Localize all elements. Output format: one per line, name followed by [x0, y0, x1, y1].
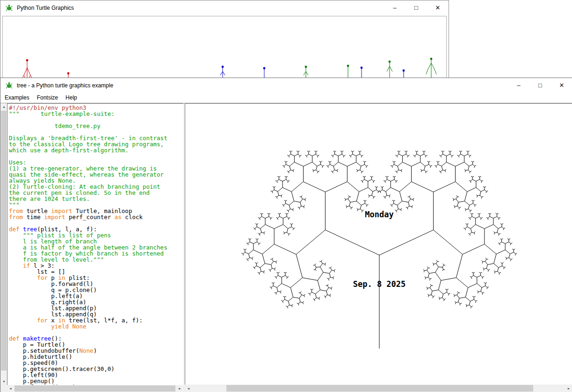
scroll-left-arrow-icon[interactable]: ◄: [7, 385, 14, 392]
scroll-right-arrow-icon[interactable]: ►: [565, 385, 572, 392]
fg-window-title: tree - a Python turtle graphics example: [17, 82, 113, 89]
window-content: ▲ ▼ #!/usr/bin/env python3""" turtle-exa…: [0, 103, 572, 392]
desktop: { "icons": {"up":"▲","down":"▼","left":"…: [0, 0, 572, 392]
bg-window-controls: – □ ✕: [384, 0, 449, 15]
canvas-horizontal-scrollbar[interactable]: ◄ ►: [185, 385, 572, 392]
code-line: there are 1024 turtles.: [9, 196, 184, 202]
turtledemo-window: tree - a Python turtle graphics example …: [0, 78, 572, 392]
fg-maximize-button[interactable]: □: [529, 78, 551, 93]
code-horizontal-scrollbar[interactable]: ◄ ►: [7, 385, 183, 392]
tree-drawing: MondaySep. 8 2025: [185, 104, 572, 385]
code-hscroll-thumb[interactable]: [14, 385, 175, 392]
code-line: [9, 153, 184, 159]
scroll-left-arrow-icon[interactable]: ◄: [185, 385, 192, 392]
menu-item-examples[interactable]: Examples: [1, 93, 33, 102]
menubar: Examples Fontsize Help: [0, 93, 572, 103]
bg-maximize-button[interactable]: □: [405, 0, 427, 15]
code-line: which use a depth-first-algorithm.: [9, 147, 184, 153]
turtle-icon: [5, 4, 13, 12]
code-vscroll-thumb[interactable]: [1, 111, 7, 371]
bg-minimize-button[interactable]: –: [384, 0, 405, 15]
fg-minimize-button[interactable]: –: [508, 78, 529, 93]
turtle-icon: [5, 81, 13, 89]
source-code-pane[interactable]: #!/usr/bin/env python3""" turtle-example…: [7, 103, 184, 386]
menu-item-fontsize[interactable]: Fontsize: [33, 93, 62, 102]
code-line: yield None: [9, 323, 184, 329]
canvas-text: Monday: [365, 210, 393, 219]
scroll-up-arrow-icon[interactable]: ▲: [0, 103, 7, 110]
code-vertical-scrollbar[interactable]: ▲ ▼: [0, 103, 7, 385]
canvas-text: Sep. 8 2025: [353, 279, 406, 289]
fg-window-controls: – □ ✕: [508, 78, 572, 93]
fractal-tree: [242, 151, 517, 349]
bg-window-title: Python Turtle Graphics: [17, 5, 74, 11]
canvas-hscroll-thumb[interactable]: [226, 385, 533, 392]
turtle-canvas: MondaySep. 8 2025: [185, 103, 572, 385]
code-line: from time import perf_counter as clock: [9, 214, 184, 220]
source-code-text: #!/usr/bin/env python3""" turtle-example…: [7, 104, 184, 386]
code-line: """ turtle-example-suite:: [9, 111, 184, 117]
menu-item-help[interactable]: Help: [62, 93, 81, 102]
fg-titlebar[interactable]: tree - a Python turtle graphics example …: [0, 78, 572, 93]
scroll-down-arrow-icon[interactable]: ▼: [0, 378, 7, 385]
bg-titlebar[interactable]: Python Turtle Graphics – □ ✕: [0, 0, 449, 15]
bg-close-button[interactable]: ✕: [427, 0, 449, 15]
scroll-right-arrow-icon[interactable]: ►: [176, 385, 183, 392]
code-line: tdemo_tree.py: [9, 123, 184, 129]
fg-close-button[interactable]: ✕: [551, 78, 572, 93]
